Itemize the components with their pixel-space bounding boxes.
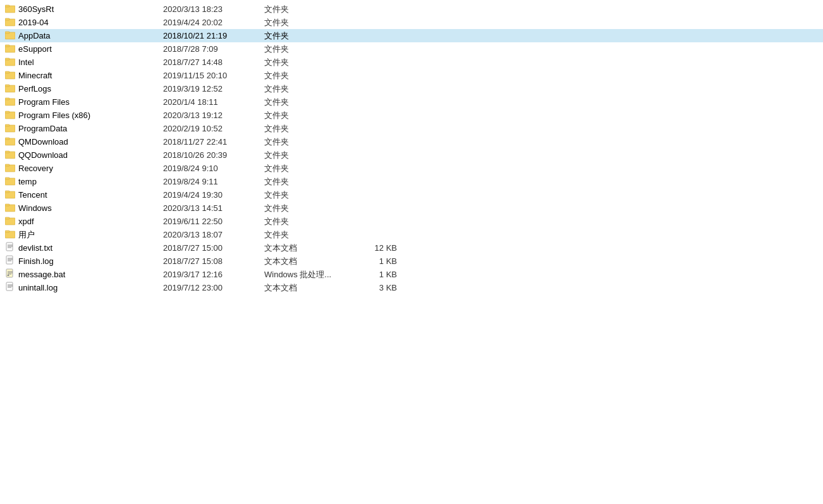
svg-rect-29 bbox=[5, 191, 9, 193]
file-type-icon bbox=[5, 109, 15, 121]
file-name: Program Files bbox=[18, 97, 70, 107]
file-name: 用户 bbox=[18, 229, 35, 241]
file-date: 2018/7/28 7:09 bbox=[163, 44, 264, 54]
file-size: 3 KB bbox=[346, 283, 397, 292]
svg-rect-17 bbox=[5, 111, 9, 113]
file-name: Finish.log bbox=[18, 256, 54, 266]
file-name-col: Program Files bbox=[5, 96, 163, 108]
file-name: xpdf bbox=[18, 217, 34, 226]
file-type: 文本文档 bbox=[264, 243, 346, 254]
file-name-col: message.bat bbox=[5, 268, 163, 280]
file-type: 文件夹 bbox=[264, 83, 346, 95]
file-date: 2019/3/17 12:16 bbox=[163, 270, 264, 279]
file-type-icon bbox=[5, 16, 15, 28]
file-type-icon bbox=[5, 176, 15, 188]
file-name-col: 2019-04 bbox=[5, 16, 163, 28]
file-name: 360SysRt bbox=[18, 4, 54, 14]
file-name-col: Tencent bbox=[5, 189, 163, 201]
file-name: unintall.log bbox=[18, 283, 58, 292]
file-row[interactable]: Tencent 2019/4/24 19:30 文件夹 bbox=[0, 188, 823, 201]
file-row[interactable]: Finish.log 2018/7/27 15:08 文本文档 1 KB bbox=[0, 255, 823, 268]
file-type: 文件夹 bbox=[264, 30, 346, 42]
file-date: 2020/3/13 18:23 bbox=[163, 4, 264, 14]
file-date: 2018/10/26 20:39 bbox=[163, 150, 264, 160]
file-row[interactable]: AppData 2018/10/21 21:19 文件夹 bbox=[0, 29, 823, 42]
file-row[interactable]: PerfLogs 2019/3/19 12:52 文件夹 bbox=[0, 82, 823, 95]
file-name-col: Windows bbox=[5, 202, 163, 214]
file-type: 文件夹 bbox=[264, 189, 346, 201]
file-row[interactable]: 用户 2020/3/13 18:07 文件夹 bbox=[0, 228, 823, 241]
file-date: 2018/11/27 22:41 bbox=[163, 137, 264, 147]
svg-rect-27 bbox=[5, 177, 9, 179]
file-row[interactable]: Minecraft 2019/11/15 20:10 文件夹 bbox=[0, 69, 823, 82]
file-name-col: xpdf bbox=[5, 215, 163, 227]
file-type-icon bbox=[5, 255, 15, 267]
file-name: Tencent bbox=[18, 190, 47, 200]
file-row[interactable]: 2019-04 2019/4/24 20:02 文件夹 bbox=[0, 16, 823, 29]
file-type: 文件夹 bbox=[264, 229, 346, 241]
svg-rect-1 bbox=[5, 5, 9, 7]
file-name: message.bat bbox=[18, 270, 65, 279]
file-name: Program Files (x86) bbox=[18, 111, 90, 120]
file-type-icon bbox=[5, 162, 15, 174]
svg-rect-3 bbox=[5, 18, 9, 20]
file-row[interactable]: ProgramData 2020/2/19 10:52 文件夹 bbox=[0, 122, 823, 135]
file-type: 文本文档 bbox=[264, 256, 346, 267]
file-row[interactable]: temp 2019/8/24 9:11 文件夹 bbox=[0, 175, 823, 188]
file-name-col: QMDownload bbox=[5, 136, 163, 148]
file-name: temp bbox=[18, 177, 37, 186]
file-row[interactable]: Intel 2018/7/27 14:48 文件夹 bbox=[0, 56, 823, 69]
file-date: 2018/7/27 14:48 bbox=[163, 57, 264, 67]
file-type: 文件夹 bbox=[264, 44, 346, 55]
file-name: 2019-04 bbox=[18, 18, 49, 27]
file-name-col: devlist.txt bbox=[5, 242, 163, 254]
file-name-col: 用户 bbox=[5, 229, 163, 241]
file-name-col: Minecraft bbox=[5, 69, 163, 81]
svg-rect-25 bbox=[5, 164, 9, 166]
file-name-col: unintall.log bbox=[5, 282, 163, 294]
file-name-col: temp bbox=[5, 176, 163, 188]
svg-rect-35 bbox=[5, 231, 9, 232]
file-size: 1 KB bbox=[346, 270, 397, 279]
file-date: 2020/3/13 14:51 bbox=[163, 203, 264, 213]
file-row[interactable]: Recovery 2019/8/24 9:10 文件夹 bbox=[0, 162, 823, 175]
file-row[interactable]: message.bat 2019/3/17 12:16 Windows 批处理.… bbox=[0, 268, 823, 281]
file-type-icon bbox=[5, 136, 15, 148]
file-name-col: Program Files (x86) bbox=[5, 109, 163, 121]
file-row[interactable]: 360SysRt 2020/3/13 18:23 文件夹 bbox=[0, 3, 823, 16]
svg-rect-11 bbox=[5, 71, 9, 73]
file-name: QMDownload bbox=[18, 137, 68, 147]
file-date: 2019/3/19 12:52 bbox=[163, 84, 264, 93]
file-type: 文件夹 bbox=[264, 136, 346, 148]
file-row[interactable]: QQDownload 2018/10/26 20:39 文件夹 bbox=[0, 148, 823, 162]
file-date: 2018/7/27 15:00 bbox=[163, 243, 264, 253]
file-row[interactable]: QMDownload 2018/11/27 22:41 文件夹 bbox=[0, 135, 823, 148]
file-type-icon bbox=[5, 202, 15, 214]
file-row[interactable]: Program Files 2020/1/4 18:11 文件夹 bbox=[0, 95, 823, 109]
file-type: 文件夹 bbox=[264, 123, 346, 135]
file-type: 文件夹 bbox=[264, 203, 346, 214]
file-type-icon bbox=[5, 282, 15, 294]
file-name-col: AppData bbox=[5, 30, 163, 42]
svg-rect-19 bbox=[5, 124, 9, 126]
file-row[interactable]: xpdf 2019/6/11 22:50 文件夹 bbox=[0, 215, 823, 228]
file-type-icon bbox=[5, 123, 15, 135]
file-date: 2019/4/24 19:30 bbox=[163, 190, 264, 200]
svg-rect-9 bbox=[5, 58, 9, 60]
file-type-icon bbox=[5, 83, 15, 95]
svg-rect-13 bbox=[5, 85, 9, 87]
file-type-icon bbox=[5, 229, 15, 241]
file-size: 1 KB bbox=[346, 256, 397, 266]
file-row[interactable]: eSupport 2018/7/28 7:09 文件夹 bbox=[0, 42, 823, 56]
file-name: AppData bbox=[18, 31, 51, 40]
file-type: 文件夹 bbox=[264, 4, 346, 15]
file-type-icon bbox=[5, 215, 15, 227]
file-type: 文件夹 bbox=[264, 110, 346, 121]
file-type-icon bbox=[5, 149, 15, 161]
svg-rect-21 bbox=[5, 138, 9, 140]
file-type-icon bbox=[5, 56, 15, 68]
file-row[interactable]: Program Files (x86) 2020/3/13 19:12 文件夹 bbox=[0, 109, 823, 122]
file-row[interactable]: unintall.log 2019/7/12 23:00 文本文档 3 KB bbox=[0, 281, 823, 294]
file-row[interactable]: devlist.txt 2018/7/27 15:00 文本文档 12 KB bbox=[0, 241, 823, 255]
file-row[interactable]: Windows 2020/3/13 14:51 文件夹 bbox=[0, 201, 823, 215]
